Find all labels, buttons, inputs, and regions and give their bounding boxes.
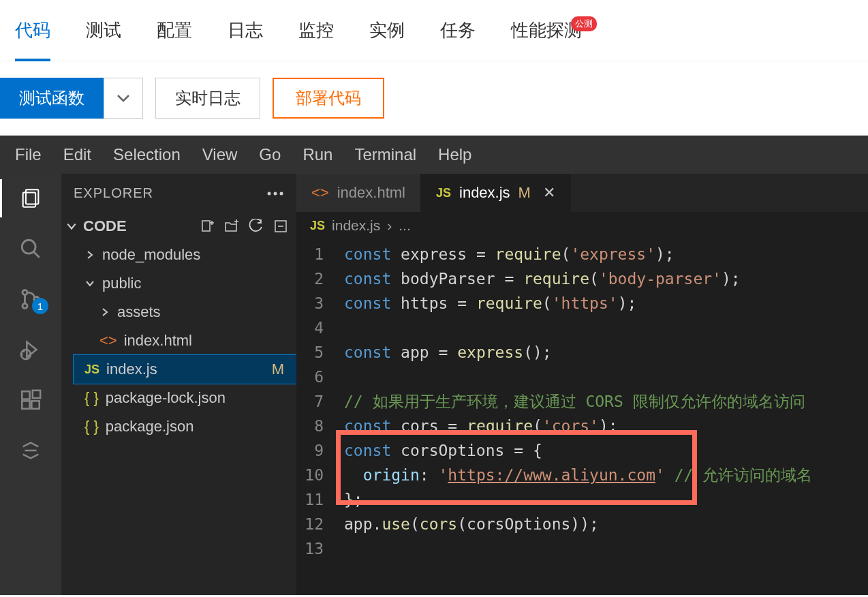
svg-rect-14 (33, 391, 40, 398)
top-tab-4[interactable]: 监控 (298, 0, 334, 61)
svg-point-4 (22, 290, 27, 295)
top-tab-1[interactable]: 测试 (86, 0, 121, 61)
code-line-10: 10 origin: 'https://www.aliyun.com' // 允… (296, 463, 868, 487)
svg-point-17 (280, 192, 283, 196)
code-content: const https = require('https'); (344, 291, 636, 316)
file-index-js[interactable]: JSindex.jsM (74, 355, 296, 384)
menu-edit[interactable]: Edit (63, 145, 91, 164)
menu-terminal[interactable]: Terminal (354, 145, 416, 164)
sidebar-header: EXPLORER (61, 174, 296, 212)
code-area: <>index.htmlJSindex.jsM✕ JS index.js › .… (296, 174, 868, 595)
test-function-button[interactable]: 测试函数 (0, 78, 104, 119)
folder-assets[interactable]: assets (74, 298, 296, 326)
editor: FileEditSelectionViewGoRunTerminalHelp 1 (0, 136, 868, 595)
svg-line-10 (23, 350, 25, 352)
new-folder-icon[interactable] (224, 219, 239, 234)
code-line-1: 1const express = require('express'); (296, 242, 868, 266)
tree-item-label: index.js (106, 361, 157, 378)
top-tab-3[interactable]: 日志 (228, 0, 263, 61)
line-number: 8 (296, 414, 344, 438)
code-editor[interactable]: 1const express = require('express');2con… (296, 239, 868, 561)
menu-help[interactable]: Help (438, 145, 471, 164)
collapse-icon[interactable] (273, 219, 288, 234)
svg-point-15 (268, 192, 271, 196)
code-line-13: 13 (296, 536, 868, 561)
menu-view[interactable]: View (202, 145, 238, 164)
breadcrumb-rest: ... (399, 217, 411, 234)
folder-root[interactable]: CODE (61, 212, 296, 241)
code-line-8: 8const cors = require('cors'); (296, 414, 868, 438)
top-tab-6[interactable]: 任务 (440, 0, 476, 61)
menu-go[interactable]: Go (259, 145, 281, 164)
file-index-html[interactable]: <>index.html (74, 326, 296, 355)
code-line-11: 11}; (296, 487, 868, 512)
editor-body: 1 EXPLORER CODE (0, 174, 868, 595)
tree-item-label: package-lock.json (106, 389, 226, 407)
line-number: 12 (296, 512, 344, 536)
search-icon[interactable] (18, 236, 43, 261)
aliyun-icon[interactable] (18, 438, 43, 463)
activity-bar: 1 (0, 174, 61, 595)
breadcrumb[interactable]: JS index.js › ... (296, 212, 868, 239)
code-line-5: 5const app = express(); (296, 340, 868, 365)
svg-rect-18 (202, 221, 210, 231)
code-content: app.use(cors(corsOptions)); (344, 512, 599, 536)
sidebar-more-icon[interactable] (266, 187, 284, 199)
new-file-icon[interactable] (200, 219, 215, 234)
svg-line-3 (33, 251, 40, 258)
chevron-down-icon (117, 94, 129, 102)
file-package-json[interactable]: { }package.json (74, 412, 296, 441)
test-function-dropdown[interactable] (104, 78, 143, 119)
tab-label: index.js (459, 184, 510, 202)
code-content: const corsOptions = { (344, 438, 542, 463)
line-number: 1 (296, 242, 344, 266)
top-tab-0[interactable]: 代码 (15, 0, 50, 61)
top-tab-2[interactable]: 配置 (157, 0, 192, 61)
editor-tabs: <>index.htmlJSindex.jsM✕ (296, 174, 868, 212)
line-number: 3 (296, 291, 344, 316)
scm-badge: 1 (32, 298, 48, 314)
top-tabs: 代码测试配置日志监控实例任务性能探测公测 (0, 0, 868, 61)
refresh-icon[interactable] (249, 219, 264, 234)
line-number: 11 (296, 487, 344, 512)
tab-index-html[interactable]: <>index.html (296, 174, 421, 212)
file-status: M (272, 361, 296, 378)
json-icon: { } (84, 389, 99, 407)
menu-file[interactable]: File (15, 145, 42, 164)
json-icon: { } (84, 418, 99, 435)
code-content: const cors = require('cors'); (344, 414, 618, 438)
code-line-2: 2const bodyParser = require('body-parser… (296, 266, 868, 291)
code-content: origin: 'https://www.aliyun.com' // 允许访问… (344, 463, 812, 487)
folder-node_modules[interactable]: node_modules (74, 241, 296, 269)
top-tab-5[interactable]: 实例 (369, 0, 405, 61)
sidebar-title: EXPLORER (74, 185, 153, 201)
code-line-4: 4 (296, 316, 868, 340)
tab-index-js[interactable]: JSindex.jsM✕ (421, 174, 571, 212)
tree-item-label: index.html (124, 332, 192, 350)
top-tab-7[interactable]: 性能探测公测 (511, 0, 582, 61)
folder-root-label: CODE (83, 217, 127, 235)
chevron-down-icon (65, 220, 78, 232)
folder-public[interactable]: public (74, 269, 296, 298)
tree-item-label: package.json (106, 418, 194, 435)
tree-item-label: public (102, 275, 141, 292)
line-number: 9 (296, 438, 344, 463)
js-icon: JS (310, 219, 325, 233)
source-control-icon[interactable]: 1 (18, 287, 43, 311)
extensions-icon[interactable] (18, 388, 43, 412)
tree-item-label: assets (117, 303, 161, 321)
code-line-6: 6 (296, 365, 868, 389)
svg-rect-13 (31, 401, 39, 408)
code-line-12: 12app.use(cors(corsOptions)); (296, 512, 868, 536)
realtime-log-button[interactable]: 实时日志 (155, 78, 260, 119)
code-content: }; (344, 487, 363, 512)
menu-run[interactable]: Run (303, 145, 332, 164)
explorer-icon[interactable] (18, 186, 43, 211)
menu-selection[interactable]: Selection (113, 145, 181, 164)
debug-icon[interactable] (18, 337, 43, 362)
close-icon[interactable]: ✕ (543, 184, 555, 202)
file-package-lock-json[interactable]: { }package-lock.json (74, 384, 296, 412)
toolbar: 测试函数 实时日志 部署代码 (0, 61, 868, 136)
deploy-code-button[interactable]: 部署代码 (273, 78, 384, 119)
html-icon: <> (311, 184, 329, 202)
